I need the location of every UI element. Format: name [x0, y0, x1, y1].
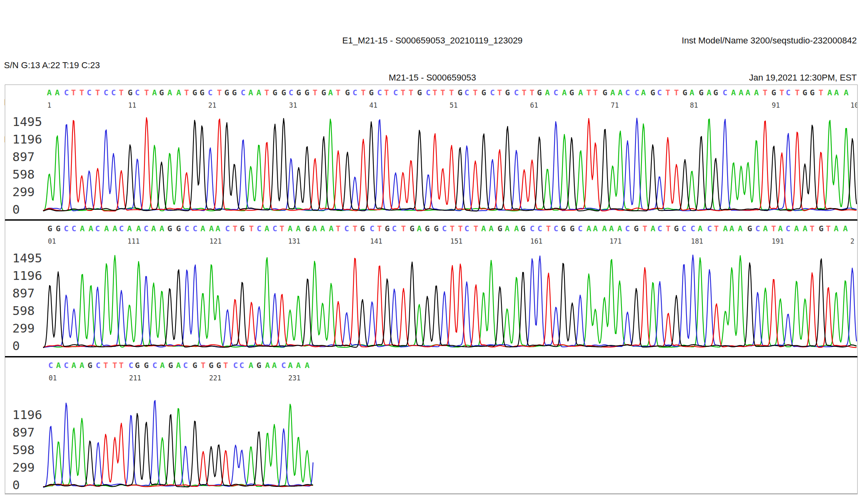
trace-plot-2	[5, 221, 857, 356]
chromatogram-panel-2: GGCCAACAACAACAAGGCCAAACTGTCACTAAGAAATCTG…	[5, 220, 858, 357]
trace-plot-1	[5, 85, 857, 219]
trace-A	[43, 404, 313, 487]
instrument-model-name: Inst Model/Name 3200/seqstudio-232000842	[682, 34, 857, 47]
trace-A	[43, 256, 856, 348]
chromatogram-panel-1: AACTTCTCCTGCTAGAATGGCTGGCAATGGCGGTGATGCT…	[5, 85, 858, 220]
trace-plot-3	[5, 358, 857, 493]
trace-T	[43, 118, 856, 211]
chromatogram-panel-3: CACAAGCTTTCGGCAGACGTGGTCCAGAACAAA 012112…	[5, 357, 858, 494]
run-start-time: Jan 19,2021 12:30PM, EST	[682, 71, 857, 84]
